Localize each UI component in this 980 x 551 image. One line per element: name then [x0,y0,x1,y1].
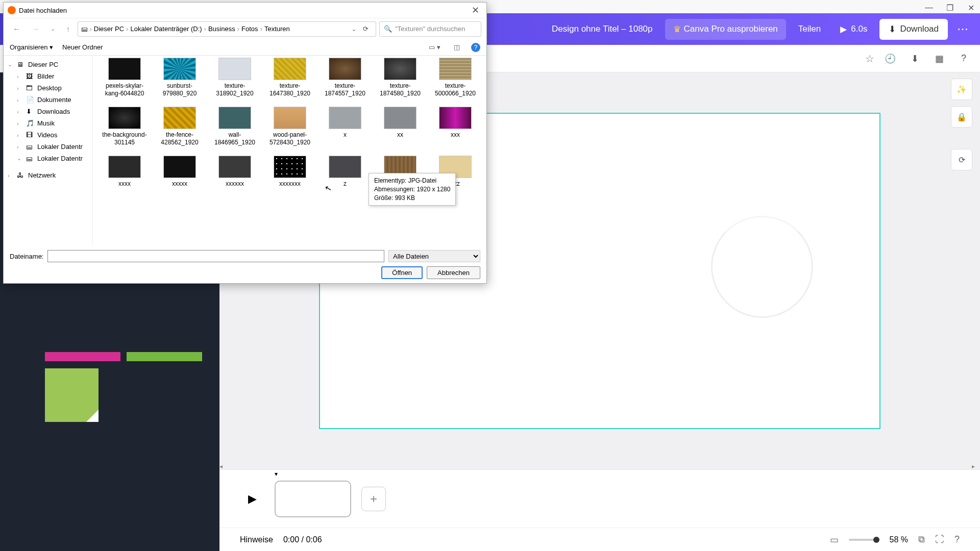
more-button[interactable]: ⋯ [953,18,972,40]
thumbnail-image [329,156,361,178]
refresh-icon[interactable]: ⟳ [359,25,373,33]
file-thumbnail[interactable]: wall-1846965_1920 [208,107,261,147]
file-thumbnail[interactable]: pexels-skylar-kang-6044820 [98,58,151,98]
file-thumbnail[interactable]: texture-318902_1920 [208,58,261,98]
breadcrumb-item[interactable]: Dieser PC [94,25,124,33]
dialog-body: ⌄🖥Dieser PC›🖼Bilder›🗔Desktop›📄Dokumente›… [4,56,486,246]
fullscreen-icon[interactable]: ⛶ [935,534,944,545]
expand-icon[interactable]: › [17,85,23,91]
tree-item[interactable]: ›🎞Videos [4,129,92,141]
view-mode-icon[interactable]: ▭ ▾ [427,42,443,52]
file-thumbnail[interactable]: texture-1874557_1920 [318,58,372,98]
file-thumbnail[interactable]: the-background-301145 [98,107,151,147]
clip-1[interactable] [275,481,351,517]
expand-icon[interactable]: › [17,132,23,138]
expand-icon[interactable]: › [17,73,23,80]
nav-recent-icon[interactable]: ⌄ [46,23,59,34]
expand-icon[interactable]: › [17,109,23,115]
file-thumbnail[interactable]: xxxxxx [208,156,261,196]
thumbnail-label: pexels-skylar-kang-6044820 [98,82,151,98]
expand-icon[interactable]: ⌄ [8,61,14,68]
breadcrumb-item[interactable]: Texturen [264,25,290,33]
breadcrumb[interactable]: 🖴 › Dieser PC › Lokaler Datenträger (D:)… [78,21,377,37]
dialog-close-button[interactable]: ✕ [469,5,482,16]
file-thumbnail[interactable]: xxxxxxx [263,156,316,196]
add-clip-button[interactable]: + [361,487,386,511]
tree-item[interactable]: ⌄🖥Dieser PC [4,59,92,70]
download-label: Download [900,24,939,34]
search-input[interactable]: 🔍 "Texturen" durchsuchen [379,21,481,37]
new-folder-button[interactable]: Neuer Ordner [62,43,103,51]
tree-item[interactable]: ⌄🖴Lokaler Datentr [4,153,92,164]
maximize-icon[interactable]: ❐ [946,3,953,10]
expand-timeline-icon[interactable]: ▸ [972,463,975,470]
share-button[interactable]: Teilen [791,19,828,39]
nav-forward-icon[interactable]: → [28,22,43,35]
file-thumbnail[interactable]: texture-1874580_1920 [374,58,427,98]
canva-pro-button[interactable]: Canva Pro ausprobieren [665,19,786,40]
file-thumbnail[interactable]: xxx [429,107,482,147]
pages-icon[interactable]: ⧉ [918,534,925,545]
tree-item[interactable]: ›🗔Desktop [4,82,92,94]
save-icon[interactable]: 🕘 [881,50,899,67]
star-icon[interactable]: ☆ [865,53,874,65]
present-icon[interactable]: ▦ [930,50,948,67]
tree-item[interactable]: ›🎵Musik [4,117,92,129]
playhead-icon[interactable]: ▾ [275,470,278,478]
grid-icon[interactable]: ▭ [830,534,839,545]
file-thumbnail[interactable]: the-fence-428562_1920 [153,107,206,147]
refresh-icon[interactable]: ⟳ [951,149,972,170]
preview-button[interactable]: ▶ 6.0s [833,19,874,40]
help-badge[interactable]: ? [955,50,972,67]
lock-icon[interactable]: 🔒 [951,106,972,128]
collapse-timeline-icon[interactable]: ◂ [219,463,223,470]
tree-item[interactable]: ›🖴Lokaler Datentr [4,141,92,153]
file-thumbnail[interactable]: x [318,107,372,147]
tree-item[interactable]: ›🖼Bilder [4,70,92,82]
close-icon[interactable]: ✕ [968,3,975,10]
zoom-slider[interactable] [849,539,879,541]
nav-up-icon[interactable]: ↑ [62,22,75,35]
file-thumbnail[interactable]: texture-5000066_1920 [429,58,482,98]
open-button[interactable]: Öffnen [381,266,423,279]
design-title[interactable]: Design ohne Titel – 1080p [545,24,660,34]
import-icon[interactable]: ⬇ [906,50,923,67]
expand-icon[interactable]: › [17,97,23,103]
filename-input[interactable] [47,250,384,262]
nav-back-icon[interactable]: ← [9,22,24,35]
swatch-pink[interactable] [45,352,120,361]
expand-icon[interactable]: › [17,120,23,127]
filetype-filter[interactable]: Alle Dateien [388,250,480,262]
tree-item[interactable]: ›⬇Downloads [4,106,92,117]
file-thumbnail[interactable]: sunburst-979880_920 [153,58,206,98]
download-button[interactable]: ⬇ Download [879,19,948,40]
breadcrumb-item[interactable]: Business [208,25,235,33]
tree-item[interactable]: ›🖧Netzwerk [4,169,92,181]
breadcrumb-item[interactable]: Lokaler Datenträger (D:) [130,25,202,33]
organize-button[interactable]: Organisieren ▾ [10,43,53,51]
file-thumbnail[interactable]: xxxx [98,156,151,196]
tree-item[interactable]: ›📄Dokumente [4,94,92,106]
file-thumbnail[interactable]: wood-panel-5728430_1920 [263,107,316,147]
swatch-lime[interactable] [45,368,99,422]
minimize-icon[interactable]: — [925,3,932,10]
expand-icon[interactable]: ⌄ [17,155,23,162]
breadcrumb-item[interactable]: Fotos [241,25,258,33]
dialog-help-icon[interactable]: ? [471,43,480,52]
thumbnail-label: xx [397,131,403,147]
swatch-green[interactable] [127,352,202,361]
file-thumbnail[interactable]: texture-1647380_1920 [263,58,316,98]
play-button[interactable]: ▶ [240,487,264,511]
sidebar-more[interactable]: Mehr [9,357,36,551]
floating-tools: ✨ 🔒 ⟳ [951,79,972,170]
breadcrumb-dropdown-icon[interactable]: ⌄ [351,25,357,33]
file-thumbnail[interactable]: xx [374,107,427,147]
file-thumbnail[interactable]: xxxxx [153,156,206,196]
preview-pane-icon[interactable]: ◫ [452,42,462,52]
expand-icon[interactable]: › [17,144,23,150]
hints-label[interactable]: Hinweise [240,535,273,544]
expand-icon[interactable]: › [8,172,14,179]
help-icon[interactable]: ? [954,534,960,545]
magic-icon[interactable]: ✨ [951,79,972,100]
cancel-button[interactable]: Abbrechen [427,266,480,279]
